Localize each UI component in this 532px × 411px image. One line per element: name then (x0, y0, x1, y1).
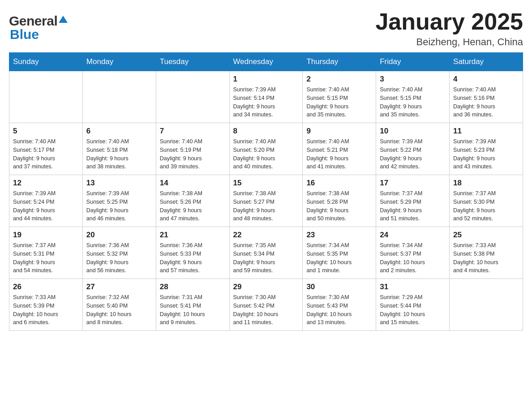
location-title: Beizheng, Henan, China (375, 36, 523, 48)
day-number: 27 (86, 283, 152, 291)
calendar-empty-cell (156, 71, 229, 123)
weekday-header-thursday: Thursday (303, 53, 376, 71)
weekday-header-monday: Monday (82, 53, 156, 71)
day-info: Sunrise: 7:38 AM Sunset: 5:28 PM Dayligh… (306, 189, 372, 223)
day-number: 13 (86, 179, 152, 188)
page-header: General Blue January 2025 Beizheng, Hena… (9, 9, 523, 48)
calendar-day-18: 18Sunrise: 7:37 AM Sunset: 5:30 PM Dayli… (450, 175, 523, 227)
title-section: January 2025 Beizheng, Henan, China (375, 9, 523, 48)
day-info: Sunrise: 7:40 AM Sunset: 5:18 PM Dayligh… (86, 137, 152, 171)
day-info: Sunrise: 7:32 AM Sunset: 5:40 PM Dayligh… (86, 293, 152, 327)
day-info: Sunrise: 7:34 AM Sunset: 5:35 PM Dayligh… (306, 241, 372, 275)
weekday-header-saturday: Saturday (450, 53, 523, 71)
calendar-day-19: 19Sunrise: 7:37 AM Sunset: 5:31 PM Dayli… (9, 227, 83, 279)
day-info: Sunrise: 7:33 AM Sunset: 5:39 PM Dayligh… (13, 293, 79, 327)
calendar-day-8: 8Sunrise: 7:40 AM Sunset: 5:20 PM Daylig… (229, 123, 303, 175)
calendar-day-11: 11Sunrise: 7:39 AM Sunset: 5:23 PM Dayli… (450, 123, 523, 175)
calendar-day-7: 7Sunrise: 7:40 AM Sunset: 5:19 PM Daylig… (156, 123, 229, 175)
day-info: Sunrise: 7:29 AM Sunset: 5:44 PM Dayligh… (380, 293, 446, 327)
day-info: Sunrise: 7:40 AM Sunset: 5:19 PM Dayligh… (160, 137, 226, 171)
calendar-week-row: 5Sunrise: 7:40 AM Sunset: 5:17 PM Daylig… (9, 123, 523, 175)
calendar-day-23: 23Sunrise: 7:34 AM Sunset: 5:35 PM Dayli… (303, 227, 376, 279)
calendar-day-13: 13Sunrise: 7:39 AM Sunset: 5:25 PM Dayli… (82, 175, 156, 227)
day-info: Sunrise: 7:34 AM Sunset: 5:37 PM Dayligh… (380, 241, 446, 275)
day-number: 23 (306, 231, 372, 240)
day-info: Sunrise: 7:40 AM Sunset: 5:21 PM Dayligh… (306, 137, 372, 171)
day-info: Sunrise: 7:39 AM Sunset: 5:24 PM Dayligh… (13, 189, 79, 223)
day-info: Sunrise: 7:40 AM Sunset: 5:15 PM Dayligh… (306, 86, 372, 119)
day-info: Sunrise: 7:37 AM Sunset: 5:31 PM Dayligh… (13, 241, 79, 275)
month-title: January 2025 (375, 9, 523, 34)
day-info: Sunrise: 7:39 AM Sunset: 5:14 PM Dayligh… (233, 86, 299, 119)
calendar-week-row: 12Sunrise: 7:39 AM Sunset: 5:24 PM Dayli… (9, 175, 523, 227)
calendar-day-12: 12Sunrise: 7:39 AM Sunset: 5:24 PM Dayli… (9, 175, 83, 227)
day-number: 30 (306, 283, 372, 291)
day-number: 14 (160, 179, 226, 188)
day-number: 22 (233, 231, 299, 240)
calendar-day-29: 29Sunrise: 7:30 AM Sunset: 5:42 PM Dayli… (229, 279, 303, 331)
day-number: 29 (233, 283, 299, 291)
calendar-day-25: 25Sunrise: 7:33 AM Sunset: 5:38 PM Dayli… (450, 227, 523, 279)
calendar-day-21: 21Sunrise: 7:36 AM Sunset: 5:33 PM Dayli… (156, 227, 229, 279)
day-info: Sunrise: 7:39 AM Sunset: 5:25 PM Dayligh… (86, 189, 152, 223)
weekday-header-sunday: Sunday (9, 53, 83, 71)
day-info: Sunrise: 7:36 AM Sunset: 5:32 PM Dayligh… (86, 241, 152, 275)
calendar-week-row: 26Sunrise: 7:33 AM Sunset: 5:39 PM Dayli… (9, 279, 523, 331)
day-info: Sunrise: 7:33 AM Sunset: 5:38 PM Dayligh… (453, 241, 519, 275)
calendar-day-2: 2Sunrise: 7:40 AM Sunset: 5:15 PM Daylig… (303, 71, 376, 123)
day-number: 18 (453, 179, 519, 188)
day-number: 4 (453, 75, 519, 84)
logo-triangle-icon (59, 16, 68, 23)
calendar-day-4: 4Sunrise: 7:40 AM Sunset: 5:16 PM Daylig… (450, 71, 523, 123)
day-info: Sunrise: 7:37 AM Sunset: 5:29 PM Dayligh… (380, 189, 446, 223)
weekday-header-friday: Friday (376, 53, 450, 71)
day-number: 16 (306, 179, 372, 188)
day-info: Sunrise: 7:31 AM Sunset: 5:41 PM Dayligh… (160, 293, 226, 327)
calendar-day-17: 17Sunrise: 7:37 AM Sunset: 5:29 PM Dayli… (376, 175, 450, 227)
calendar-day-3: 3Sunrise: 7:40 AM Sunset: 5:15 PM Daylig… (376, 71, 450, 123)
day-number: 7 (160, 127, 226, 136)
weekday-header-wednesday: Wednesday (229, 53, 303, 71)
calendar-day-24: 24Sunrise: 7:34 AM Sunset: 5:37 PM Dayli… (376, 227, 450, 279)
day-number: 10 (380, 127, 446, 136)
day-info: Sunrise: 7:30 AM Sunset: 5:42 PM Dayligh… (233, 293, 299, 327)
day-info: Sunrise: 7:36 AM Sunset: 5:33 PM Dayligh… (160, 241, 226, 275)
calendar-week-row: 19Sunrise: 7:37 AM Sunset: 5:31 PM Dayli… (9, 227, 523, 279)
calendar-day-20: 20Sunrise: 7:36 AM Sunset: 5:32 PM Dayli… (82, 227, 156, 279)
day-number: 6 (86, 127, 152, 136)
day-number: 12 (13, 179, 79, 188)
day-info: Sunrise: 7:40 AM Sunset: 5:16 PM Dayligh… (453, 86, 519, 119)
calendar-day-16: 16Sunrise: 7:38 AM Sunset: 5:28 PM Dayli… (303, 175, 376, 227)
logo-blue-text: Blue (10, 27, 39, 42)
day-info: Sunrise: 7:39 AM Sunset: 5:23 PM Dayligh… (453, 137, 519, 171)
day-number: 17 (380, 179, 446, 188)
day-number: 28 (160, 283, 226, 291)
day-number: 20 (86, 231, 152, 240)
calendar-day-6: 6Sunrise: 7:40 AM Sunset: 5:18 PM Daylig… (82, 123, 156, 175)
day-number: 8 (233, 127, 299, 136)
logo: General Blue (9, 9, 68, 47)
calendar-empty-cell (82, 71, 156, 123)
day-number: 19 (13, 231, 79, 240)
day-number: 31 (380, 283, 446, 291)
day-info: Sunrise: 7:37 AM Sunset: 5:30 PM Dayligh… (453, 189, 519, 223)
day-number: 11 (453, 127, 519, 136)
weekday-header-tuesday: Tuesday (156, 53, 229, 71)
day-info: Sunrise: 7:38 AM Sunset: 5:27 PM Dayligh… (233, 189, 299, 223)
calendar-day-10: 10Sunrise: 7:39 AM Sunset: 5:22 PM Dayli… (376, 123, 450, 175)
calendar-day-30: 30Sunrise: 7:30 AM Sunset: 5:43 PM Dayli… (303, 279, 376, 331)
calendar-day-22: 22Sunrise: 7:35 AM Sunset: 5:34 PM Dayli… (229, 227, 303, 279)
logo-general-text: General (9, 13, 57, 29)
day-number: 25 (453, 231, 519, 240)
calendar-week-row: 1Sunrise: 7:39 AM Sunset: 5:14 PM Daylig… (9, 71, 523, 123)
day-info: Sunrise: 7:40 AM Sunset: 5:20 PM Dayligh… (233, 137, 299, 171)
day-number: 26 (13, 283, 79, 291)
calendar-day-14: 14Sunrise: 7:38 AM Sunset: 5:26 PM Dayli… (156, 175, 229, 227)
calendar-day-1: 1Sunrise: 7:39 AM Sunset: 5:14 PM Daylig… (229, 71, 303, 123)
day-number: 24 (380, 231, 446, 240)
day-number: 21 (160, 231, 226, 240)
calendar-day-31: 31Sunrise: 7:29 AM Sunset: 5:44 PM Dayli… (376, 279, 450, 331)
calendar-day-9: 9Sunrise: 7:40 AM Sunset: 5:21 PM Daylig… (303, 123, 376, 175)
day-info: Sunrise: 7:30 AM Sunset: 5:43 PM Dayligh… (306, 293, 372, 327)
calendar-day-27: 27Sunrise: 7:32 AM Sunset: 5:40 PM Dayli… (82, 279, 156, 331)
